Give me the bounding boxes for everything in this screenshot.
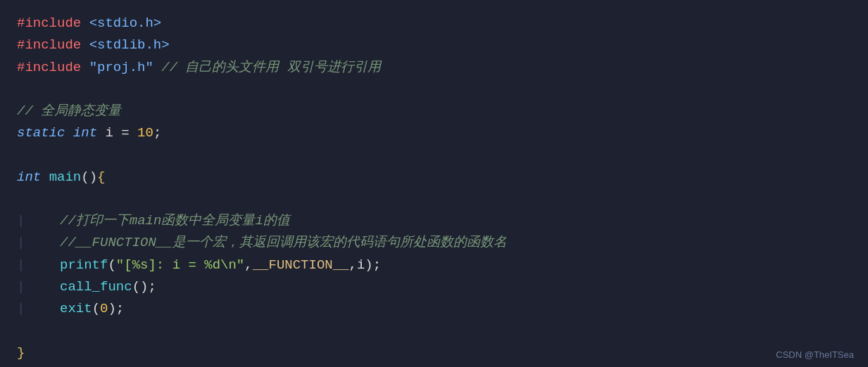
code-editor: #include <stdio.h> #include <stdlib.h> #… [0,0,868,367]
empty-line-7 [17,145,851,167]
code-line-5: // 全局静态变量 [17,101,851,122]
code-line-2: #include <stdlib.h> [17,34,851,56]
keyword-include: #include [17,13,81,34]
code-line-1: #include <stdio.h> [17,13,851,34]
code-line-6: static int i = 10 ; [17,122,851,144]
footer-credit: CSDN @TheITSea [776,349,854,360]
code-line-13: | call_func () ; [17,276,851,298]
code-line-14: | exit ( 0 ) ; [17,298,851,320]
code-line-11: | //__FUNCTION__是一个宏，其返回调用该宏的代码语句所处函数的函数… [17,232,851,254]
code-line-16: } [17,342,851,364]
empty-line-4 [17,79,851,101]
code-line-12: | printf ( "[%s]: i = %d\n" , __FUNCTION… [17,255,851,276]
header-stdio: <stdio.h> [89,13,162,34]
code-line-3: #include "proj.h" // 自己的头文件用 双引号进行引用 [17,57,851,79]
empty-line-15 [17,321,851,342]
code-line-8: int main () { [17,167,851,188]
empty-line-9 [17,188,851,210]
code-line-10: | //打印一下main函数中全局变量i的值 [17,210,851,232]
